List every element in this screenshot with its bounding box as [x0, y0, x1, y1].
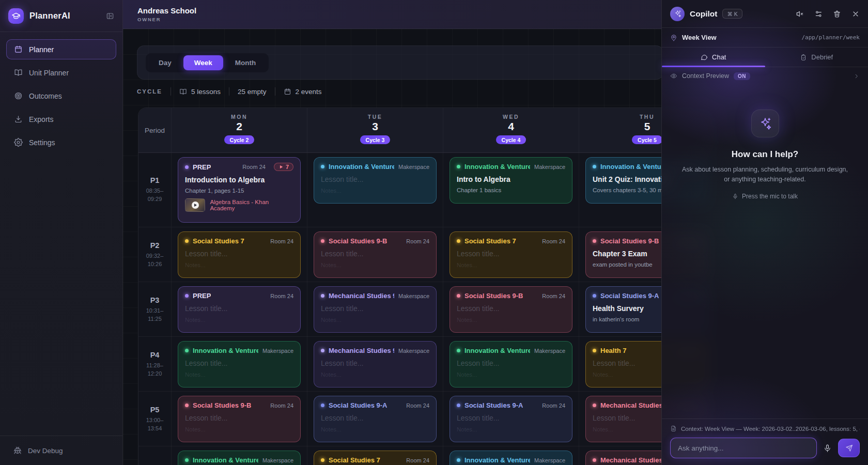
sidebar-item-exports[interactable]: Exports	[6, 109, 116, 129]
tab-debrief[interactable]: Debrief	[765, 48, 868, 67]
lesson-title-placeholder[interactable]: Lesson title...	[321, 414, 429, 422]
subject-dot	[457, 165, 460, 168]
lesson-title-placeholder[interactable]: Lesson title...	[185, 414, 293, 422]
lesson-cell: Mechanical Studies 9MakerspaceLesson tit…	[307, 282, 443, 337]
notes-placeholder[interactable]: Notes...	[321, 371, 429, 378]
sidebar-item-outcomes[interactable]: Outcomes	[6, 86, 116, 106]
lesson-card[interactable]: PREPRoom 247Introduction to AlgebraChapt…	[178, 157, 301, 223]
lesson-card[interactable]: Social Studies 9-BRoom 24Lesson title...…	[178, 396, 301, 442]
room-label: Makerspace	[398, 164, 429, 170]
close-icon	[851, 10, 860, 18]
context-preview-row[interactable]: Context Preview ON	[662, 67, 868, 85]
notes-placeholder[interactable]: Notes...	[185, 426, 293, 432]
subject-name: Mechanical Studies 7	[600, 401, 669, 409]
room-label: Room 24	[542, 238, 565, 244]
mute-button[interactable]	[796, 10, 804, 18]
room-label: Makerspace	[534, 164, 565, 170]
lesson-title-placeholder[interactable]: Lesson title...	[321, 175, 429, 183]
sidebar-item-dev-debug[interactable]: Dev Debug	[7, 442, 115, 459]
lesson-title-placeholder[interactable]: Lesson title...	[457, 250, 565, 258]
room-label: Room 24	[406, 238, 429, 244]
view-tab-day[interactable]: Day	[148, 55, 182, 70]
lesson-title-placeholder[interactable]: Lesson title...	[457, 414, 565, 422]
lesson-title-placeholder[interactable]: Lesson title...	[457, 304, 565, 313]
lesson-title-placeholder[interactable]: Lesson title...	[185, 304, 293, 313]
notes-placeholder[interactable]: Notes...	[185, 317, 293, 323]
mic-button[interactable]	[823, 444, 832, 453]
lesson-title-placeholder[interactable]: Lesson title...	[321, 250, 429, 258]
lesson-note: Chapter 1 basics	[457, 187, 565, 193]
clipboard-icon	[800, 54, 807, 61]
lesson-card[interactable]: Social Studies 7Room 24Lesson title...No…	[314, 451, 437, 465]
lesson-card[interactable]: Social Studies 9-BRoom 24Lesson title...…	[450, 286, 572, 333]
lesson-card-header: Social Studies 9-BRoom 24	[185, 401, 293, 409]
subject-name: Social Studies 7	[464, 237, 516, 245]
room-label: Makerspace	[262, 348, 293, 354]
notes-placeholder[interactable]: Notes...	[321, 262, 429, 268]
mic-icon	[732, 193, 738, 199]
lesson-title-placeholder[interactable]: Lesson title...	[185, 359, 293, 367]
notes-placeholder[interactable]: Notes...	[185, 262, 293, 268]
subject-dot	[593, 458, 596, 462]
day-header-wed: WED4Cycle 4	[443, 108, 579, 152]
lesson-card[interactable]: Social Studies 7Room 24Lesson title...No…	[450, 231, 572, 278]
view-tab-month[interactable]: Month	[224, 55, 267, 70]
notes-placeholder[interactable]: Notes...	[321, 317, 429, 323]
close-panel-button[interactable]	[851, 10, 860, 18]
subject-name: Mechanical Studies 9	[329, 292, 394, 300]
lesson-card[interactable]: Social Studies 9-ARoom 24Lesson title...…	[450, 396, 572, 442]
subject-name: Social Studies 9-B	[193, 401, 251, 409]
lesson-title-placeholder[interactable]: Lesson title...	[321, 304, 429, 313]
sidebar-collapse-button[interactable]	[106, 12, 114, 20]
subject-dot	[185, 165, 189, 169]
copilot-description: Ask about lesson planning, scheduling, c…	[680, 165, 850, 185]
video-attachment[interactable]: Algebra Basics - Khan Academy	[185, 198, 293, 212]
lesson-card[interactable]: Innovation & Venture 8MakerspaceLesson t…	[450, 451, 572, 465]
graduation-cap-icon	[11, 11, 21, 21]
lesson-cell: Social Studies 9-ARoom 24Lesson title...…	[307, 392, 443, 446]
lesson-card[interactable]: Social Studies 7Room 24Lesson title...No…	[178, 231, 301, 278]
notes-placeholder[interactable]: Notes...	[457, 371, 565, 378]
lesson-card[interactable]: Innovation & Venture 7MakerspaceLesson t…	[178, 451, 301, 465]
view-toolbar: DayWeekMonth	[137, 45, 663, 80]
lesson-card-header: Innovation & Venture 8Makerspace	[457, 456, 565, 464]
lesson-card[interactable]: Mechanical Studies 9MakerspaceLesson tit…	[314, 341, 437, 388]
lesson-title-placeholder[interactable]: Lesson title...	[185, 250, 293, 258]
room-label: Room 24	[242, 164, 266, 170]
room-label: Room 24	[270, 293, 293, 299]
period-row-p1: P108:35–09:29PREPRoom 247Introduction to…	[138, 153, 715, 227]
notes-placeholder[interactable]: Notes...	[457, 262, 565, 268]
lesson-card[interactable]: Innovation & Venture 9MakerspaceIntro to…	[450, 157, 572, 204]
lesson-cell: Social Studies 9-ARoom 24Lesson title...…	[443, 392, 579, 446]
lesson-card[interactable]: Innovation & Venture 8MakerspaceLesson t…	[314, 157, 437, 204]
lesson-card[interactable]: Innovation & Venture 7MakerspaceLesson t…	[450, 341, 572, 388]
lesson-card[interactable]: Social Studies 9-BRoom 24Lesson title...…	[314, 231, 437, 278]
notes-placeholder[interactable]: Notes...	[321, 426, 429, 432]
sidebar-item-unit-planner[interactable]: Unit Planner	[6, 63, 116, 83]
lesson-card[interactable]: Mechanical Studies 9MakerspaceLesson tit…	[314, 286, 437, 333]
sidebar-item-settings[interactable]: Settings	[6, 132, 116, 152]
view-tab-week[interactable]: Week	[183, 55, 223, 70]
notes-placeholder[interactable]: Notes...	[321, 188, 429, 194]
lesson-cell: Innovation & Venture 9MakerspaceIntro to…	[443, 153, 579, 227]
tab-chat[interactable]: Chat	[662, 48, 765, 67]
notes-placeholder[interactable]: Notes...	[185, 371, 293, 378]
video-link[interactable]: Algebra Basics - Khan Academy	[210, 199, 293, 211]
notes-placeholder[interactable]: Notes...	[457, 426, 565, 432]
sidebar-item-label: Planner	[29, 45, 54, 54]
send-button[interactable]	[838, 439, 860, 457]
lesson-title-placeholder[interactable]: Lesson title...	[321, 359, 429, 367]
lesson-card[interactable]: Social Studies 9-ARoom 24Lesson title...…	[314, 396, 437, 442]
copilot-input[interactable]	[670, 438, 817, 458]
sidebar-item-planner[interactable]: Planner	[6, 39, 116, 59]
lesson-card[interactable]: Innovation & Venture 9MakerspaceLesson t…	[178, 341, 301, 388]
lesson-cell: Innovation & Venture 8MakerspaceLesson t…	[307, 153, 443, 227]
document-icon	[670, 425, 677, 432]
notes-placeholder[interactable]: Notes...	[457, 317, 565, 323]
clear-chat-button[interactable]	[833, 10, 841, 18]
lesson-card[interactable]: PREPRoom 24Lesson title...Notes...	[178, 286, 301, 333]
lesson-title-placeholder[interactable]: Lesson title...	[457, 359, 565, 367]
settings-button[interactable]	[814, 10, 823, 18]
subject-name: Social Studies 9-B	[464, 292, 523, 300]
lesson-cell: Social Studies 9-BRoom 24Lesson title...…	[307, 227, 443, 282]
